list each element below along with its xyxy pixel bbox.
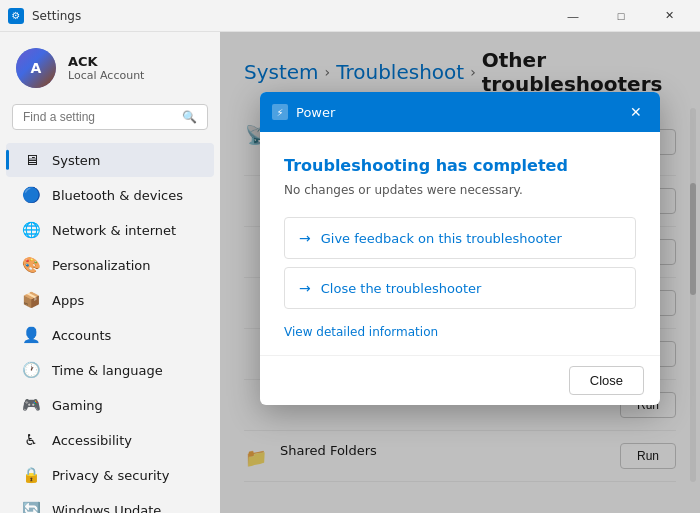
sidebar-item-bluetooth[interactable]: 🔵 Bluetooth & devices [6, 178, 214, 212]
bluetooth-icon: 🔵 [22, 186, 40, 204]
avatar: A [16, 48, 56, 88]
sidebar-item-label: Apps [52, 293, 84, 308]
sidebar-item-privacy[interactable]: 🔒 Privacy & security [6, 458, 214, 492]
close-troubleshooter-label: Close the troubleshooter [321, 281, 482, 296]
sidebar-item-label: System [52, 153, 100, 168]
sidebar-item-label: Windows Update [52, 503, 161, 514]
arrow-right-icon: → [299, 230, 311, 246]
sidebar-item-label: Network & internet [52, 223, 176, 238]
modal-header-left: ⚡ Power [272, 104, 335, 120]
arrow-right-icon-2: → [299, 280, 311, 296]
give-feedback-button[interactable]: → Give feedback on this troubleshooter [284, 217, 636, 259]
apps-icon: 📦 [22, 291, 40, 309]
sidebar-item-network[interactable]: 🌐 Network & internet [6, 213, 214, 247]
user-type: Local Account [68, 69, 144, 82]
search-icon: 🔍 [182, 110, 197, 124]
sidebar-item-label: Bluetooth & devices [52, 188, 183, 203]
modal-header: ⚡ Power ✕ [260, 92, 660, 132]
search-box[interactable]: 🔍 [12, 104, 208, 130]
network-icon: 🌐 [22, 221, 40, 239]
modal-title: Power [296, 105, 335, 120]
sidebar-item-label: Personalization [52, 258, 151, 273]
sidebar-item-label: Privacy & security [52, 468, 169, 483]
title-bar-title: Settings [32, 9, 81, 23]
modal-title-icon: ⚡ [272, 104, 288, 120]
avatar-image: A [16, 48, 56, 88]
settings-icon: ⚙ [8, 8, 24, 24]
windows-update-icon: 🔄 [22, 501, 40, 513]
time-icon: 🕐 [22, 361, 40, 379]
modal-close-footer-button[interactable]: Close [569, 366, 644, 395]
sidebar-item-personalization[interactable]: 🎨 Personalization [6, 248, 214, 282]
maximize-button[interactable]: □ [598, 0, 644, 32]
modal-status-desc: No changes or updates were necessary. [284, 183, 636, 197]
sidebar-item-windows-update[interactable]: 🔄 Windows Update [6, 493, 214, 513]
sidebar-item-label: Accessibility [52, 433, 132, 448]
title-bar: ⚙ Settings — □ ✕ [0, 0, 700, 32]
give-feedback-label: Give feedback on this troubleshooter [321, 231, 562, 246]
modal-close-x-button[interactable]: ✕ [624, 100, 648, 124]
title-bar-controls: — □ ✕ [550, 0, 692, 32]
sidebar-item-gaming[interactable]: 🎮 Gaming [6, 388, 214, 422]
accessibility-icon: ♿ [22, 431, 40, 449]
search-input[interactable] [23, 110, 176, 124]
sidebar-item-system[interactable]: 🖥 System [6, 143, 214, 177]
sidebar-item-accounts[interactable]: 👤 Accounts [6, 318, 214, 352]
user-name: ACK [68, 54, 144, 69]
app-container: A ACK Local Account 🔍 🖥 System 🔵 Bluetoo… [0, 32, 700, 513]
nav-items: 🖥 System 🔵 Bluetooth & devices 🌐 Network… [0, 138, 220, 513]
personalization-icon: 🎨 [22, 256, 40, 274]
minimize-button[interactable]: — [550, 0, 596, 32]
sidebar: A ACK Local Account 🔍 🖥 System 🔵 Bluetoo… [0, 32, 220, 513]
accounts-icon: 👤 [22, 326, 40, 344]
title-bar-left: ⚙ Settings [8, 8, 81, 24]
sidebar-item-accessibility[interactable]: ♿ Accessibility [6, 423, 214, 457]
close-window-button[interactable]: ✕ [646, 0, 692, 32]
view-details-link[interactable]: View detailed information [284, 325, 636, 339]
modal-overlay: ⚡ Power ✕ Troubleshooting has completed … [220, 32, 700, 513]
sidebar-item-apps[interactable]: 📦 Apps [6, 283, 214, 317]
modal-footer: Close [260, 355, 660, 405]
sidebar-item-label: Accounts [52, 328, 111, 343]
user-info: ACK Local Account [68, 54, 144, 82]
gaming-icon: 🎮 [22, 396, 40, 414]
user-section: A ACK Local Account [0, 40, 220, 100]
main-content: System › Troubleshoot › Other troublesho… [220, 32, 700, 513]
modal-body: Troubleshooting has completed No changes… [260, 132, 660, 355]
sidebar-item-label: Time & language [52, 363, 163, 378]
sidebar-item-label: Gaming [52, 398, 103, 413]
system-icon: 🖥 [22, 151, 40, 169]
power-troubleshooter-modal: ⚡ Power ✕ Troubleshooting has completed … [260, 92, 660, 405]
privacy-icon: 🔒 [22, 466, 40, 484]
close-troubleshooter-button[interactable]: → Close the troubleshooter [284, 267, 636, 309]
modal-status-title: Troubleshooting has completed [284, 156, 636, 175]
sidebar-item-time[interactable]: 🕐 Time & language [6, 353, 214, 387]
